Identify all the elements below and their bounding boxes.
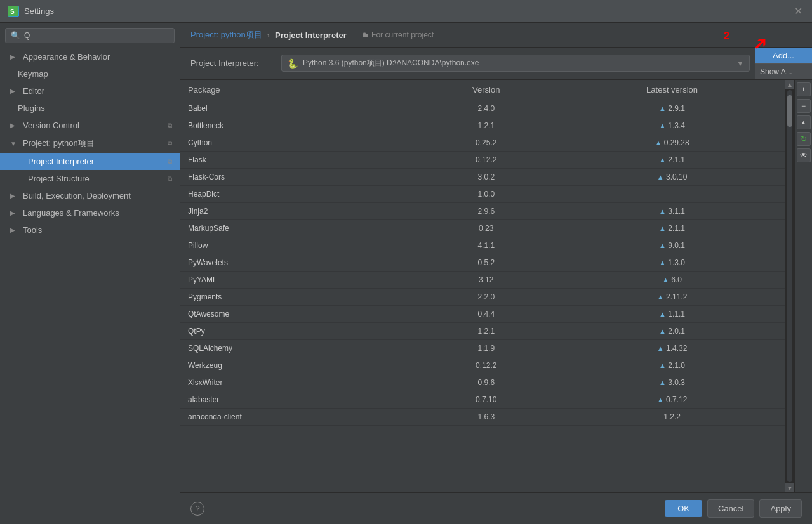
package-name: XlsxWriter xyxy=(180,374,413,391)
package-latest-version: ▲ 9.0.1 xyxy=(559,237,785,254)
update-arrow-icon: ▲ xyxy=(659,156,666,164)
scroll-up-action-button[interactable]: ▲ xyxy=(797,115,811,129)
table-row[interactable]: SQLAlchemy1.1.9▲ 1.4.32 xyxy=(180,340,785,357)
sidebar-item-label-plugins: Plugins xyxy=(18,103,45,113)
main-layout: 🔍 ▶ Appearance & Behavior Keymap ▶ Edito… xyxy=(0,23,812,524)
expand-arrow-editor: ▶ xyxy=(10,88,18,95)
package-latest-version: 1.2.2 xyxy=(559,409,785,426)
for-current-project: 🖿 For current project xyxy=(362,30,434,39)
sidebar-item-label-build: Build, Execution, Deployment xyxy=(23,191,131,200)
update-arrow-icon: ▲ xyxy=(657,293,664,301)
svg-text:S: S xyxy=(10,8,15,15)
table-action-panel: + − ▲ ↻ 👁 xyxy=(794,80,812,492)
add-package-button[interactable]: + xyxy=(797,82,811,96)
table-row[interactable]: XlsxWriter0.9.6▲ 3.0.3 xyxy=(180,374,785,391)
package-version: 0.4.4 xyxy=(413,306,559,323)
copy-icon-interpreter: ⧉ xyxy=(168,158,172,166)
col-header-package: Package xyxy=(180,80,413,100)
sidebar-item-label-tools: Tools xyxy=(23,225,42,235)
close-button[interactable]: ✕ xyxy=(792,5,804,18)
table-row[interactable]: PyWavelets0.5.2▲ 1.3.0 xyxy=(180,254,785,272)
breadcrumb-current: Project Interpreter xyxy=(275,30,347,40)
update-arrow-icon: ▲ xyxy=(659,327,666,335)
table-row[interactable]: Pygments2.2.0▲ 2.11.2 xyxy=(180,289,785,306)
table-row[interactable]: Cython0.25.2▲ 0.29.28 xyxy=(180,134,785,152)
cancel-button[interactable]: Cancel xyxy=(707,499,754,518)
help-button[interactable]: ? xyxy=(190,502,204,516)
expand-arrow-tools: ▶ xyxy=(10,226,18,233)
sidebar-item-build[interactable]: ▶ Build, Execution, Deployment xyxy=(0,187,180,204)
scroll-thumb[interactable] xyxy=(787,95,792,127)
window-title: Settings xyxy=(24,6,54,16)
update-arrow-icon: ▲ xyxy=(659,105,666,112)
table-row[interactable]: Flask-Cors3.0.2▲ 3.0.10 xyxy=(180,169,785,186)
sidebar-item-label-project-interpreter: Project Interpreter xyxy=(28,157,94,166)
sidebar-item-editor[interactable]: ▶ Editor xyxy=(0,82,180,100)
package-name: PyYAML xyxy=(180,272,413,289)
update-arrow-icon: ▲ xyxy=(657,344,664,352)
sidebar-item-project-interpreter[interactable]: Project Interpreter ⧉ xyxy=(0,153,180,170)
sidebar: 🔍 ▶ Appearance & Behavior Keymap ▶ Edito… xyxy=(0,23,180,524)
search-box[interactable]: 🔍 xyxy=(5,28,175,43)
search-icon: 🔍 xyxy=(11,31,20,40)
sidebar-item-plugins[interactable]: Plugins xyxy=(0,100,180,117)
sidebar-item-tools[interactable]: ▶ Tools xyxy=(0,221,180,239)
sidebar-item-label-project-structure: Project Structure xyxy=(28,174,90,183)
search-input[interactable] xyxy=(24,31,169,40)
table-row[interactable]: Babel2.4.0▲ 2.9.1 xyxy=(180,100,785,117)
package-name: Jinja2 xyxy=(180,203,413,220)
package-version: 0.5.2 xyxy=(413,254,559,272)
update-arrow-icon: ▲ xyxy=(655,139,662,147)
table-row[interactable]: anaconda-client1.6.31.2.2 xyxy=(180,409,785,426)
sidebar-item-keymap[interactable]: Keymap xyxy=(0,65,180,82)
reload-button[interactable]: ↻ xyxy=(797,132,811,146)
table-row[interactable]: MarkupSafe0.23▲ 2.1.1 xyxy=(180,220,785,237)
sidebar-item-languages[interactable]: ▶ Languages & Frameworks xyxy=(0,204,180,221)
eye-button[interactable]: 👁 xyxy=(797,148,811,162)
package-version: 0.7.10 xyxy=(413,391,559,409)
remove-package-button[interactable]: − xyxy=(797,99,811,113)
package-name: Flask-Cors xyxy=(180,169,413,186)
breadcrumb-project[interactable]: Project: python项目 xyxy=(190,29,262,41)
table-row[interactable]: HeapDict1.0.0 xyxy=(180,186,785,203)
table-row[interactable]: Bottleneck1.2.1▲ 1.3.4 xyxy=(180,117,785,134)
package-version: 0.12.2 xyxy=(413,152,559,169)
expand-arrow-project: ▼ xyxy=(10,140,18,147)
table-row[interactable]: alabaster0.7.10▲ 0.7.12 xyxy=(180,391,785,409)
package-latest-version: ▲ 1.3.0 xyxy=(559,254,785,272)
show-all-button[interactable]: Show A... xyxy=(755,63,812,79)
add-interpreter-button[interactable]: Add... xyxy=(755,48,812,63)
table-row[interactable]: Flask0.12.2▲ 2.1.1 xyxy=(180,152,785,169)
sidebar-item-version-control[interactable]: ▶ Version Control ⧉ xyxy=(0,117,180,134)
interpreter-select[interactable]: 🐍 Python 3.6 (python项目) D:\ANACONDA\pyth… xyxy=(281,55,750,72)
table-row[interactable]: QtPy1.2.1▲ 2.0.1 xyxy=(180,323,785,340)
ok-button[interactable]: OK xyxy=(665,500,702,517)
table-row[interactable]: Jinja22.9.6▲ 3.1.1 xyxy=(180,203,785,220)
table-row[interactable]: PyYAML3.12▲ 6.0 xyxy=(180,272,785,289)
package-latest-version: ▲ 0.29.28 xyxy=(559,134,785,152)
sidebar-item-project-structure[interactable]: Project Structure ⧉ xyxy=(0,170,180,187)
copy-icon-vc: ⧉ xyxy=(168,122,172,129)
update-arrow-icon: ▲ xyxy=(659,379,666,386)
package-version: 3.0.2 xyxy=(413,169,559,186)
apply-button[interactable]: Apply xyxy=(759,499,802,518)
package-latest-version: ▲ 1.3.4 xyxy=(559,117,785,134)
package-name: alabaster xyxy=(180,391,413,409)
table-row[interactable]: Werkzeug0.12.2▲ 2.1.0 xyxy=(180,357,785,374)
package-latest-version: ▲ 3.0.3 xyxy=(559,374,785,391)
sidebar-item-appearance[interactable]: ▶ Appearance & Behavior xyxy=(0,48,180,65)
table-container: Package Version Latest version Babel2.4.… xyxy=(180,80,785,492)
package-name: MarkupSafe xyxy=(180,220,413,237)
package-latest-version xyxy=(559,186,785,203)
title-bar-left: S Settings xyxy=(8,6,54,17)
package-name: Werkzeug xyxy=(180,357,413,374)
scroll-down-button[interactable]: ▼ xyxy=(785,483,794,492)
package-version: 1.2.1 xyxy=(413,117,559,134)
package-latest-version: ▲ 2.0.1 xyxy=(559,323,785,340)
update-arrow-icon: ▲ xyxy=(657,396,664,403)
scroll-up-button[interactable]: ▲ xyxy=(785,80,794,89)
table-row[interactable]: Pillow4.1.1▲ 9.0.1 xyxy=(180,237,785,254)
sidebar-item-project[interactable]: ▼ Project: python项目 ⧉ xyxy=(0,134,180,153)
package-latest-version: ▲ 3.1.1 xyxy=(559,203,785,220)
table-row[interactable]: QtAwesome0.4.4▲ 1.1.1 xyxy=(180,306,785,323)
